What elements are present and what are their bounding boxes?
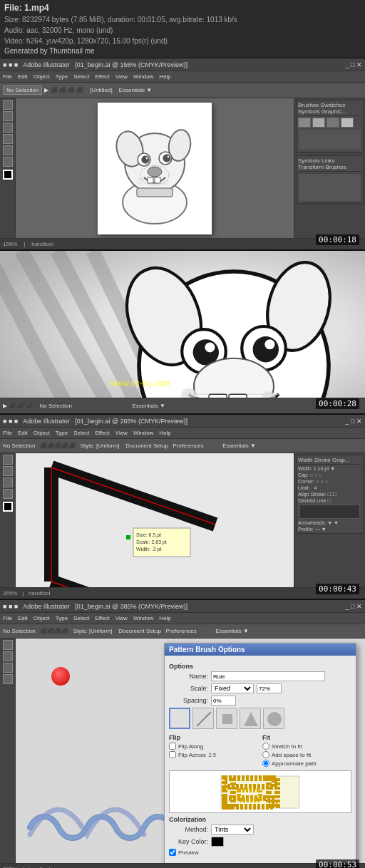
flip-along-checkbox[interactable] — [169, 743, 176, 750]
menu-effect-1[interactable]: Effect — [95, 73, 109, 80]
p4-red-ball — [51, 667, 70, 686]
menu-help-1[interactable]: Help — [159, 73, 170, 80]
m-effect-4[interactable]: Effect — [95, 615, 109, 621]
timestamp-panel4: 00:00:53 — [316, 859, 359, 868]
ai-statusbar-3: 265% | handtool — [0, 587, 365, 599]
dialog-options-columns: Flip Flip Along Flip Across 2.5 Fit — [169, 731, 351, 768]
m-help-3[interactable]: Help — [159, 430, 170, 436]
m-view-3[interactable]: View — [115, 430, 128, 436]
m-file-4[interactable]: File — [3, 615, 12, 621]
menu-window-1[interactable]: Window — [133, 73, 153, 80]
key-color-swatch[interactable] — [211, 837, 224, 847]
dialog-titlebar: Pattern Brush Options — [165, 644, 356, 656]
t4-zoom[interactable] — [3, 674, 13, 684]
brush-swatch-2[interactable] — [192, 708, 214, 729]
svg-text:Width: .3 pt: Width: .3 pt — [136, 547, 161, 552]
brush-3[interactable] — [327, 118, 339, 128]
statusbar-text-3: 265% | handtool — [3, 590, 51, 596]
brushes-panel-title: Brushes Swatches Symbols Graphic... — [298, 102, 361, 116]
flip-along-row: Flip Along — [169, 743, 258, 750]
brush-swatch-3[interactable] — [216, 708, 237, 729]
dog-sketch-svg — [98, 103, 212, 234]
brush-swatch-5[interactable] — [263, 708, 284, 729]
tool-selection[interactable]: No Selection — [3, 86, 42, 95]
generated-label: Generated by Thumbnail me — [4, 47, 361, 55]
m-select-3[interactable]: Select — [73, 430, 89, 436]
m-select-4[interactable]: Select — [73, 615, 89, 621]
panel2-video-frame: www.cc-ku.com ▶ ⬛ ⬛ ⬛ No Selection Essen… — [0, 251, 365, 415]
method-row: Method: Tints — [169, 825, 351, 835]
tool-text[interactable] — [3, 123, 13, 133]
scale-select[interactable]: Fixed — [211, 683, 254, 693]
menu-object-1[interactable]: Object — [34, 73, 50, 80]
t3-brush[interactable] — [3, 477, 13, 487]
ai-canvas-1 — [98, 103, 212, 234]
t4-arrow[interactable] — [3, 640, 13, 650]
fit-column: Fit Stretch to fit Add space to fit Appr… — [262, 731, 351, 768]
ai-panels-right-1: Brushes Swatches Symbols Graphic... Symb… — [294, 98, 365, 238]
color-swatch[interactable] — [3, 170, 13, 180]
t3-color[interactable] — [3, 502, 13, 512]
m-object-3[interactable]: Object — [34, 430, 50, 436]
stretch-radio[interactable] — [262, 743, 269, 750]
flip-across-checkbox[interactable] — [169, 751, 176, 758]
m-effect-3[interactable]: Effect — [95, 430, 109, 436]
m-edit-4[interactable]: Edit — [18, 615, 28, 621]
t3-arrow[interactable] — [3, 455, 13, 465]
svg-rect-13 — [137, 188, 173, 197]
name-label: Name: — [169, 673, 208, 680]
m-type-3[interactable]: Type — [56, 430, 68, 436]
m-file-3[interactable]: File — [3, 430, 12, 436]
svg-point-30 — [264, 339, 274, 349]
p3-corner-label: Corner: ○ ○ ○ — [298, 479, 361, 484]
tool-zoom[interactable] — [3, 157, 13, 167]
p3-panel-title: Width Stroke Grap... — [298, 457, 361, 465]
t3-zoom[interactable] — [3, 489, 13, 499]
name-input[interactable] — [211, 671, 325, 681]
brush-swatch-4[interactable] — [240, 708, 261, 729]
p3-dash-label: Dashed Line □ — [298, 498, 361, 503]
tool-pen[interactable] — [3, 111, 13, 121]
flip-across-row: Flip Across 2.5 — [169, 751, 258, 758]
spacing-input[interactable] — [211, 696, 236, 706]
menu-edit-1[interactable]: Edit — [18, 73, 28, 80]
ai-titlebar-3: ■ ■ ■ Adobe Illustrator [01_begin.ai @ 2… — [0, 415, 365, 428]
tool-arrow[interactable] — [3, 100, 13, 110]
m-help-4[interactable]: Help — [159, 615, 170, 621]
ai-tools-3 — [0, 453, 16, 587]
flip-across-val: 2.5 — [208, 752, 216, 758]
menu-type-1[interactable]: Type — [56, 73, 68, 80]
m-window-3[interactable]: Window — [133, 430, 153, 436]
m-edit-3[interactable]: Edit — [18, 430, 28, 436]
t4-brush[interactable] — [3, 663, 13, 673]
dialog-spacing-row: Spacing: — [169, 696, 351, 706]
brush-1[interactable] — [298, 118, 311, 128]
brush-4[interactable] — [341, 118, 354, 128]
m-view-4[interactable]: View — [115, 615, 128, 621]
approx-radio[interactable] — [262, 760, 269, 767]
menu-file-1[interactable]: File — [3, 73, 12, 80]
colorization-label: Colorization — [169, 816, 351, 823]
t3-pen[interactable] — [3, 466, 13, 476]
file-info-line1: Size: 8232974 bytes (7.85 MiB), duration… — [4, 14, 361, 25]
brush-2[interactable] — [312, 118, 325, 128]
method-select[interactable]: Tints — [211, 825, 254, 835]
statusbar-text-1: 156% | handtool — [3, 241, 140, 247]
info-bar: File: 1.mp4 Size: 8232974 bytes (7.85 Mi… — [0, 0, 365, 58]
menu-select-1[interactable]: Select — [73, 73, 89, 80]
m-type-4[interactable]: Type — [56, 615, 68, 621]
scale-pct-input[interactable] — [257, 683, 282, 693]
m-object-4[interactable]: Object — [34, 615, 50, 621]
tool-shape[interactable] — [3, 134, 13, 144]
preview-checkbox[interactable] — [169, 849, 176, 856]
m-window-4[interactable]: Window — [133, 615, 153, 621]
flip-column: Flip Flip Along Flip Across 2.5 — [169, 731, 258, 768]
tool-brush[interactable] — [3, 145, 13, 155]
ai-window-controls-1: _ □ ✕ — [346, 61, 362, 68]
brush-swatch-1[interactable] — [169, 708, 190, 729]
add-space-radio[interactable] — [262, 751, 269, 758]
stretch-label: Stretch to fit — [272, 743, 302, 750]
t4-pen[interactable] — [3, 651, 13, 661]
ai-title-3: ■ ■ ■ Adobe Illustrator [01_begin.ai @ 2… — [3, 418, 187, 425]
menu-view-1[interactable]: View — [115, 73, 128, 80]
